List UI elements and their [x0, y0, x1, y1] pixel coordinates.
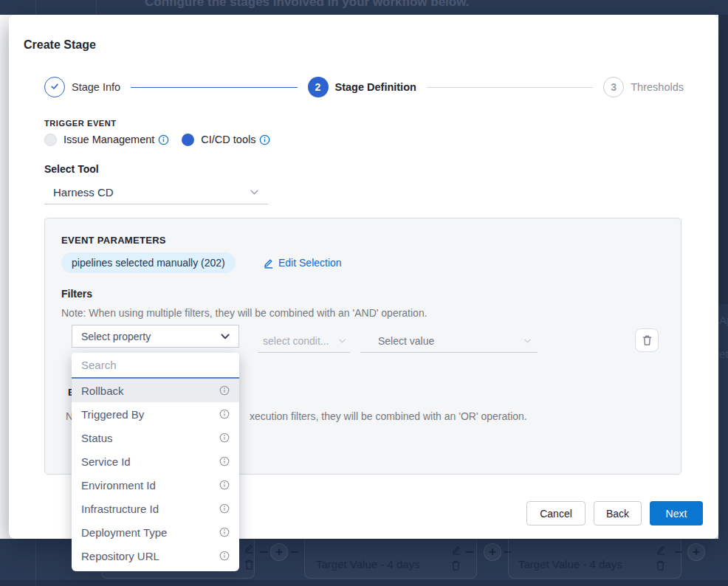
add-stage-button: +: [687, 543, 705, 561]
background-divider: [35, 0, 36, 15]
search-input[interactable]: [81, 359, 222, 371]
radio-cicd-tools[interactable]: [182, 134, 194, 146]
dropdown-item-label: Environment Id: [81, 479, 156, 492]
dropdown-item-label: Status: [81, 432, 113, 444]
step-number: 3: [611, 81, 617, 93]
edit-icon: [656, 545, 666, 558]
cancel-button[interactable]: Cancel: [526, 501, 586, 525]
dropdown-item-label: Rollback: [81, 385, 124, 397]
pipelines-selected-chip: pipelines selected manually (202): [61, 252, 236, 273]
plus-icon: +: [275, 545, 283, 559]
info-icon[interactable]: [259, 134, 270, 145]
info-icon[interactable]: [219, 480, 230, 490]
background-stage-card: Target Value - 4 days: [304, 539, 477, 579]
value-select-placeholder: Select value: [378, 335, 523, 347]
stepper-connector: [427, 87, 593, 88]
property-select[interactable]: Select property: [72, 325, 239, 348]
condition-select-placeholder: select condit...: [263, 335, 338, 347]
info-icon[interactable]: [219, 551, 230, 561]
execution-note-fragment-right: xecution filters, they will be combined …: [250, 410, 527, 422]
dropdown-item-status[interactable]: Status: [72, 426, 239, 449]
connector-dash: [466, 551, 473, 553]
background-overlay-right: Ap et: [718, 15, 728, 539]
stage-card-label: Target Value - 4 days: [518, 558, 622, 571]
connector-dash: [260, 551, 267, 553]
info-icon[interactable]: [219, 432, 230, 443]
background-overlay-top: Configure the stages involved in your wo…: [0, 0, 728, 15]
step-stage-info-label[interactable]: Stage Info: [72, 81, 120, 93]
property-select-placeholder: Select property: [81, 331, 220, 342]
info-icon[interactable]: [219, 503, 230, 514]
stepper-connector: [131, 87, 297, 88]
back-button[interactable]: Back: [594, 501, 642, 525]
step-number: 2: [315, 81, 321, 93]
add-stage-button: +: [484, 543, 501, 561]
dropdown-search[interactable]: [72, 353, 239, 379]
step-stage-definition-label[interactable]: Stage Definition: [335, 81, 416, 93]
info-icon[interactable]: [219, 385, 230, 396]
connector-dash: [291, 551, 298, 553]
background-text-fragment: et: [719, 348, 728, 360]
dropdown-item-label: Infrastructure Id: [81, 503, 159, 515]
chevron-down-icon: [220, 333, 230, 340]
background-page-heading: Configure the stages involved in your wo…: [145, 0, 470, 10]
edit-selection-label: Edit Selection: [278, 257, 342, 269]
connector-dash: [675, 551, 682, 553]
filters-heading: Filters: [61, 288, 92, 300]
edit-selection-link[interactable]: Edit Selection: [263, 257, 342, 269]
create-stage-modal: Create Stage Stage Info 2 Stage Definiti…: [9, 15, 718, 539]
select-tool-label: Select Tool: [44, 163, 99, 175]
stage-card-label: Target Value - 4 days: [316, 558, 420, 571]
dropdown-item-triggered-by[interactable]: Triggered By: [72, 402, 239, 426]
trash-icon: [450, 559, 461, 574]
condition-select[interactable]: select condit...: [258, 329, 350, 353]
value-select[interactable]: Select value: [360, 329, 538, 353]
property-dropdown: Rollback Triggered By Status Service Id …: [72, 353, 239, 571]
step-thresholds-circle[interactable]: 3: [603, 77, 624, 97]
info-icon[interactable]: [219, 527, 230, 537]
trigger-event-options: Issue Management CI/CD tools: [44, 133, 270, 146]
chevron-down-icon: [250, 189, 259, 196]
dropdown-item-label: Service Id: [81, 455, 131, 468]
dropdown-item-infrastructure-id[interactable]: Infrastructure Id: [72, 497, 239, 520]
dropdown-item-label: Triggered By: [81, 408, 144, 421]
filters-note: Note: When using multiple filters, they …: [61, 307, 427, 319]
dropdown-item-label: Repository URL: [81, 550, 159, 562]
chevron-down-icon: [523, 338, 532, 344]
plus-icon: +: [693, 545, 700, 559]
background-divider: [35, 539, 36, 586]
radio-issue-management-label[interactable]: Issue Management: [63, 134, 154, 145]
edit-icon: [263, 258, 274, 269]
trigger-event-label: TRIGGER EVENT: [44, 119, 117, 128]
next-button[interactable]: Next: [650, 501, 703, 525]
radio-issue-management[interactable]: [44, 134, 57, 146]
dropdown-item-deployment-type[interactable]: Deployment Type: [72, 520, 239, 544]
dropdown-item-service-id[interactable]: Service Id: [72, 449, 239, 473]
stepper: Stage Info 2 Stage Definition 3 Threshol…: [44, 77, 684, 97]
step-thresholds-label[interactable]: Thresholds: [631, 81, 684, 93]
tool-select[interactable]: Harness CD: [44, 180, 268, 204]
delete-filter-button[interactable]: [635, 328, 659, 352]
check-icon: [49, 81, 60, 94]
step-stage-info-circle[interactable]: [44, 77, 65, 97]
plus-icon: +: [489, 545, 496, 559]
add-stage-button: +: [270, 543, 288, 561]
background-stage-card: Target Value - 4 days: [508, 539, 681, 579]
trash-icon: [642, 334, 653, 346]
trash-icon: [655, 559, 666, 574]
info-icon[interactable]: [219, 409, 230, 419]
background-band: [0, 580, 728, 586]
dropdown-item-repository-url[interactable]: Repository URL: [72, 544, 239, 568]
dropdown-item-rollback[interactable]: Rollback: [72, 379, 239, 402]
step-stage-definition-circle[interactable]: 2: [308, 77, 329, 97]
edit-icon: [244, 543, 254, 556]
tool-select-value: Harness CD: [53, 186, 250, 199]
event-parameters-heading: EVENT PARAMETERS: [61, 235, 166, 246]
info-icon[interactable]: [219, 456, 230, 466]
trash-icon: [244, 559, 255, 573]
dropdown-item-environment-id[interactable]: Environment Id: [72, 473, 239, 497]
background-card-shade: [718, 15, 728, 304]
info-icon[interactable]: [158, 134, 169, 145]
radio-cicd-tools-label[interactable]: CI/CD tools: [201, 134, 255, 145]
chevron-down-icon: [338, 338, 346, 344]
